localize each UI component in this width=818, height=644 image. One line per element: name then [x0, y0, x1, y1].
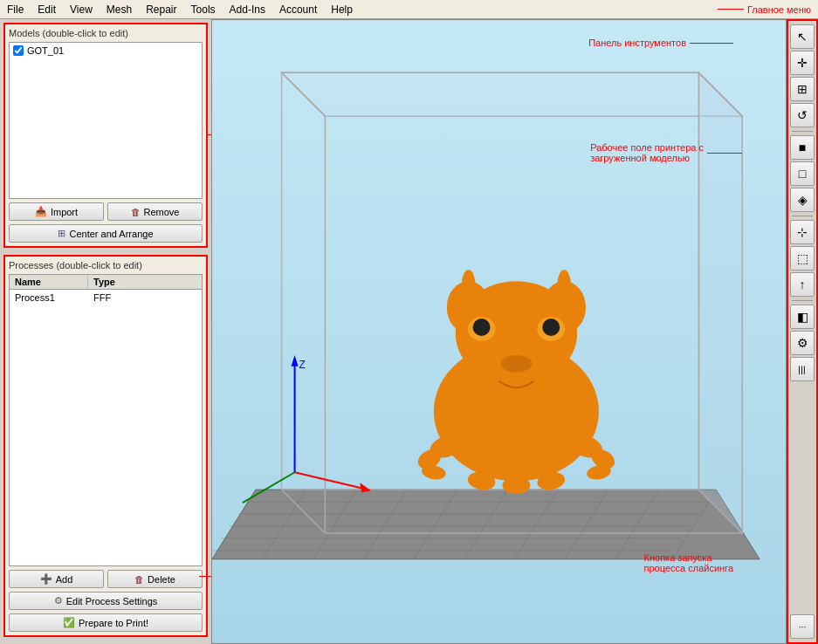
model-checkbox[interactable] — [13, 45, 24, 56]
menu-bar: File Edit View Mesh Repair Tools Add-Ins… — [0, 0, 818, 19]
menu-account[interactable]: Account — [272, 2, 324, 17]
models-list: GOT_01 — [9, 42, 203, 199]
select-tool-button[interactable]: ↖ — [790, 24, 815, 49]
viewport-svg: Z — [212, 20, 786, 643]
viewport-label-line1: Рабочее поле принтера с — [590, 142, 704, 153]
models-panel: Models (double-click to edit) GOT_01 📥 I… — [3, 23, 208, 248]
box-button[interactable]: ⬚ — [790, 246, 815, 271]
transparent-view-button[interactable]: □ — [790, 161, 815, 186]
svg-marker-19 — [282, 72, 743, 116]
viewport[interactable]: Z — [211, 19, 787, 644]
svg-point-52 — [462, 270, 476, 301]
extras-button[interactable]: ··· — [790, 614, 815, 639]
center-arrange-button[interactable]: ⊞ Center and Arrange — [9, 224, 203, 243]
viewport-label-line2: загруженной моделью — [590, 153, 704, 163]
menu-view[interactable]: View — [63, 2, 100, 17]
model-name: GOT_01 — [27, 45, 64, 56]
menubar-annotation: Главное меню — [718, 4, 818, 15]
rotate-view-button[interactable]: ↺ — [790, 103, 815, 127]
models-buttons: 📥 Import 🗑 Remove — [9, 202, 203, 221]
menu-file[interactable]: File — [0, 2, 31, 17]
edit-process-button[interactable]: ⚙ Edit Process Settings — [9, 592, 203, 610]
import-icon: 📥 — [35, 206, 47, 217]
process-name: Process1 — [10, 291, 88, 304]
delete-icon: 🗑 — [134, 574, 144, 585]
toolbar-annotation: Панель инструментов — [588, 38, 733, 48]
col-type: Type — [88, 275, 202, 289]
right-toolbar: ↖ ✛ ⊞ ↺ ■ □ ◈ ⊹ ⬚ ↑ ◧ ⚙ ⫼ ··· — [787, 19, 818, 644]
menu-repair[interactable]: Repair — [139, 2, 183, 17]
main-area: Models (double-click to edit) GOT_01 📥 I… — [0, 19, 818, 644]
processes-header: Name Type — [10, 275, 202, 290]
menu-tools[interactable]: Tools — [184, 2, 223, 17]
add-process-button[interactable]: ➕ Add — [9, 570, 104, 588]
svg-point-41 — [542, 319, 560, 336]
process-action-buttons: ➕ Add 🗑 Delete — [9, 570, 203, 588]
view-tool-button[interactable]: ⊞ — [790, 77, 815, 101]
svg-point-50 — [502, 476, 530, 494]
processes-panel-title: Processes (double-click to edit) — [9, 260, 203, 271]
import-button[interactable]: 📥 Import — [9, 202, 104, 221]
print-annotation: Кнопка запуска процесса слайсинга — [644, 552, 733, 573]
delete-process-button[interactable]: 🗑 Delete — [107, 570, 203, 588]
prepare-icon: ✅ — [63, 617, 75, 628]
solid-view-button[interactable]: ■ — [790, 135, 815, 160]
svg-point-38 — [473, 319, 491, 336]
menu-edit[interactable]: Edit — [31, 2, 63, 17]
toolbar-separator-1 — [792, 131, 813, 132]
processes-panel: Processes (double-click to edit) Name Ty… — [3, 255, 208, 637]
svg-text:Z: Z — [299, 359, 306, 371]
menu-help[interactable]: Help — [324, 2, 360, 17]
remove-button[interactable]: 🗑 Remove — [107, 202, 203, 221]
add-icon: ➕ — [40, 573, 52, 585]
col-name: Name — [10, 275, 88, 289]
arrow-button[interactable]: ↑ — [790, 272, 815, 297]
settings-button[interactable]: ⚙ — [790, 331, 815, 355]
svg-point-42 — [500, 355, 532, 373]
viewport-annotation: Рабочее поле принтера с загруженной моде… — [590, 142, 742, 163]
prepare-to-print-button[interactable]: ✅ Prepare to Print! — [9, 613, 203, 632]
edit-settings-icon: ⚙ — [54, 595, 63, 606]
toolbar-separator-2 — [792, 216, 813, 216]
models-panel-title: Models (double-click to edit) — [9, 28, 203, 38]
left-panel: Models (double-click to edit) GOT_01 📥 I… — [0, 19, 211, 644]
toolbar-separator-3 — [792, 300, 813, 301]
list-item: GOT_01 — [11, 45, 200, 57]
perspective-button[interactable]: ◈ — [790, 188, 815, 212]
move-tool-button[interactable]: ✛ — [790, 51, 815, 75]
processes-table: Name Type Process1 FFF — [9, 274, 203, 566]
print-label-line2: процесса слайсинга — [644, 563, 733, 573]
process-row[interactable]: Process1 FFF — [10, 290, 202, 305]
print-label-line1: Кнопка запуска — [644, 552, 733, 563]
menu-mesh[interactable]: Mesh — [100, 2, 139, 17]
process-type: FFF — [88, 291, 116, 304]
menu-addins[interactable]: Add-Ins — [223, 2, 272, 17]
center-icon: ⊞ — [58, 228, 65, 239]
svg-point-53 — [557, 270, 571, 301]
support-button[interactable]: ⫼ — [790, 357, 815, 381]
remove-icon: 🗑 — [131, 207, 141, 217]
axes-button[interactable]: ⊹ — [790, 220, 815, 244]
layers-button[interactable]: ◧ — [790, 305, 815, 329]
